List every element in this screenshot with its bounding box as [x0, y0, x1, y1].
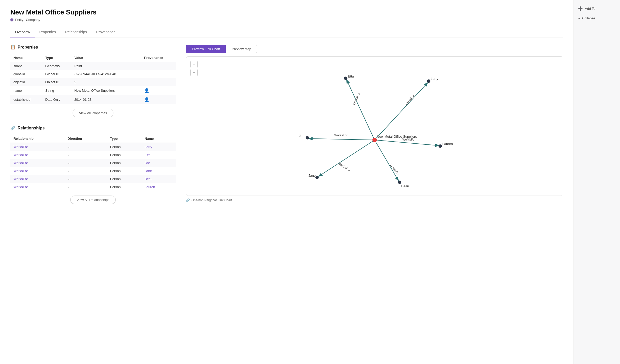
label-jane: Jane [308, 174, 316, 177]
zoom-in-button[interactable]: + [190, 61, 198, 68]
chart-controls: + − [190, 61, 198, 76]
edge-beau [375, 140, 398, 180]
tab-overview[interactable]: Overview [10, 28, 35, 37]
node-joe[interactable] [306, 136, 309, 140]
provenance-icon[interactable]: 👤 [144, 97, 149, 102]
relationships-icon: 🔗 [10, 126, 16, 130]
col-name: Name [10, 54, 42, 62]
rel-name[interactable]: Joe [142, 159, 176, 167]
rel-direction: ← [64, 167, 107, 175]
chart-footer-icon: 🔗 [186, 198, 190, 202]
link-chart-area: + − WorksFor [186, 56, 563, 196]
prop-name: objectid [10, 78, 42, 86]
prop-value: Point [71, 62, 141, 70]
rel-relationship[interactable]: WorksFor [10, 143, 64, 151]
properties-table: Name Type Value Provenance shape Geometr… [10, 54, 176, 104]
table-row: WorksFor ← Person Joe [10, 159, 176, 167]
prop-name: shape [10, 62, 42, 70]
rel-name[interactable]: Beau [142, 175, 176, 183]
label-joe: Joe [299, 134, 304, 138]
preview-tabs: Preview Link Chart Preview Map [186, 45, 563, 53]
table-row: name String New Metal Office Suppliers 👤 [10, 86, 176, 95]
preview-link-chart-tab[interactable]: Preview Link Chart [186, 45, 226, 53]
prop-type: Object ID [42, 78, 71, 86]
preview-map-tab[interactable]: Preview Map [226, 45, 257, 53]
tab-properties[interactable]: Properties [35, 28, 60, 37]
view-all-relationships-button[interactable]: View All Relationships [70, 196, 116, 204]
edge-etta [347, 80, 375, 140]
tab-relationships[interactable]: Relationships [60, 28, 91, 37]
node-larry[interactable] [427, 79, 430, 83]
edge-label-larry: WorksFor [404, 94, 415, 106]
chart-footer-text: One-hop Neighbor Link Chart [191, 198, 232, 202]
view-all-properties-button[interactable]: View All Properties [73, 109, 113, 117]
edge-joe [309, 138, 375, 140]
label-beau: Beau [401, 184, 409, 188]
rel-name[interactable]: Larry [142, 143, 176, 151]
rel-name[interactable]: Lauren [142, 183, 176, 191]
rel-relationship[interactable]: WorksFor [10, 151, 64, 159]
prop-name: established [10, 95, 42, 104]
prop-provenance [141, 62, 176, 70]
node-beau[interactable] [398, 181, 401, 184]
tab-provenance[interactable]: Provenance [91, 28, 120, 37]
link-chart-svg: WorksFor WorksFor WorksFor WorksFor Work… [186, 57, 563, 196]
prop-provenance[interactable]: 👤 [141, 95, 176, 104]
rel-relationship[interactable]: WorksFor [10, 183, 64, 191]
rel-type: Person [107, 167, 142, 175]
prop-name: globalid [10, 70, 42, 78]
rel-relationship[interactable]: WorksFor [10, 159, 64, 167]
rel-type: Person [107, 175, 142, 183]
rel-relationship[interactable]: WorksFor [10, 175, 64, 183]
collapse-button[interactable]: » Collapse [578, 15, 616, 21]
add-to-button[interactable]: ➕ Add To [578, 5, 616, 12]
col-type: Type [42, 54, 71, 62]
label-larry: Larry [431, 77, 438, 81]
provenance-icon[interactable]: 👤 [144, 88, 149, 93]
prop-provenance[interactable]: 👤 [141, 86, 176, 95]
rel-direction: ← [64, 143, 107, 151]
node-jane[interactable] [315, 176, 319, 179]
prop-provenance [141, 78, 176, 86]
table-row: objectid Object ID 2 [10, 78, 176, 86]
prop-provenance [141, 70, 176, 78]
center-node[interactable] [372, 138, 377, 142]
node-lauren[interactable] [438, 144, 442, 148]
page-title: New Metal Office Suppliers [10, 8, 563, 16]
prop-type: Date Only [42, 95, 71, 104]
prop-type: Global ID [42, 70, 71, 78]
edge-label-jane: WorksFor [338, 162, 351, 172]
rel-name[interactable]: Jane [142, 167, 176, 175]
add-to-icon: ➕ [578, 6, 583, 11]
node-etta[interactable] [344, 76, 347, 80]
table-row: WorksFor ← Person Etta [10, 151, 176, 159]
main-tabs: Overview Properties Relationships Proven… [10, 28, 563, 37]
col-provenance: Provenance [141, 54, 176, 62]
prop-type: Geometry [42, 62, 71, 70]
table-row: WorksFor ← Person Jane [10, 167, 176, 175]
chart-footer: 🔗 One-hop Neighbor Link Chart [186, 198, 563, 202]
prop-value: New Metal Office Suppliers [71, 86, 141, 95]
entity-type: Company [26, 18, 40, 22]
rel-relationship[interactable]: WorksFor [10, 167, 64, 175]
table-row: shape Geometry Point [10, 62, 176, 70]
prop-value: {A228944F-0EF5-412A-B48... [71, 70, 141, 78]
rel-col-type: Type [107, 135, 142, 143]
prop-type: String [42, 86, 71, 95]
table-row: established Date Only 2014-01-23 👤 [10, 95, 176, 104]
table-row: globalid Global ID {A228944F-0EF5-412A-B… [10, 70, 176, 78]
zoom-out-button[interactable]: − [190, 69, 198, 76]
table-row: WorksFor ← Person Lauren [10, 183, 176, 191]
prop-name: name [10, 86, 42, 95]
prop-value: 2 [71, 78, 141, 86]
entity-icon [10, 18, 13, 21]
rel-name[interactable]: Etta [142, 151, 176, 159]
table-row: WorksFor ← Person Beau [10, 175, 176, 183]
rel-type: Person [107, 183, 142, 191]
rel-col-relationship: Relationship [10, 135, 64, 143]
collapse-label: Collapse [582, 16, 595, 20]
edge-label-joe: WorksFor [334, 133, 347, 137]
rel-col-direction: Direction [64, 135, 107, 143]
col-value: Value [71, 54, 141, 62]
properties-heading: Properties [18, 45, 38, 50]
